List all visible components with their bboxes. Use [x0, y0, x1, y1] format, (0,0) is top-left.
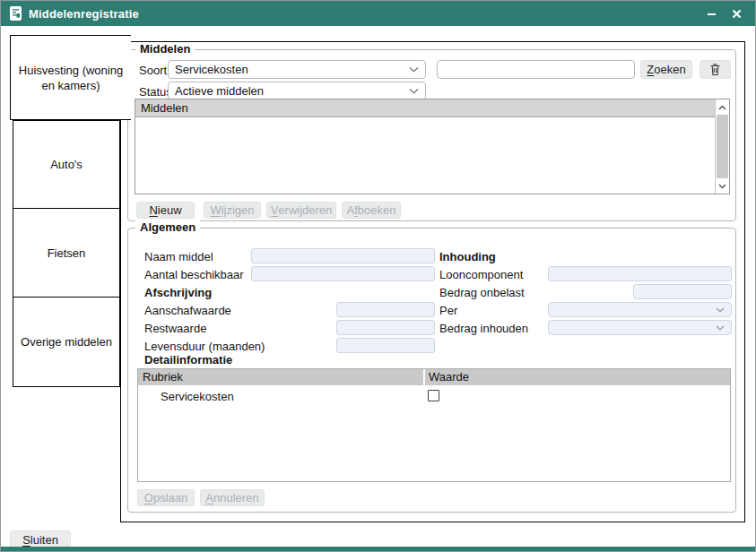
inhouding-heading: Inhouding — [439, 250, 496, 263]
algemeen-group: Algemeen Naam middel Aantal beschikbaar … — [127, 228, 736, 513]
naam-middel-label: Naam middel — [144, 250, 213, 263]
main-panel: Middelen Soort Servicekosten Zoeken Stat… — [120, 41, 745, 522]
scrollbar-thumb[interactable] — [717, 115, 728, 178]
table-row[interactable]: Servicekosten — [138, 385, 730, 405]
tab-fietsen[interactable]: Fietsen — [13, 208, 120, 298]
looncomponent-input[interactable] — [548, 266, 732, 281]
chevron-up-icon — [718, 105, 726, 110]
per-label: Per — [439, 304, 457, 317]
middelen-list-header: Middelen — [135, 99, 715, 117]
minimize-button[interactable] — [701, 4, 721, 23]
opslaan-button[interactable]: Opslaan — [137, 489, 195, 506]
chevron-down-icon — [716, 307, 725, 313]
nieuw-button[interactable]: Nieuw — [136, 202, 195, 219]
soort-select-value: Servicekosten — [175, 63, 248, 76]
bedrag-onbelast-label: Bedrag onbelast — [439, 286, 525, 299]
aanschafwaarde-input[interactable] — [336, 302, 435, 317]
bedrag-inhouden-label: Bedrag inhouden — [439, 322, 528, 335]
column-header-rubriek: Rubriek — [138, 369, 425, 385]
close-button[interactable] — [726, 4, 746, 23]
chevron-down-icon — [718, 184, 726, 189]
restwaarde-label: Restwaarde — [144, 322, 206, 335]
close-icon — [732, 9, 742, 19]
status-select-value: Actieve middelen — [175, 84, 264, 98]
rubriek-cell: Servicekosten — [161, 390, 234, 403]
detail-table: Rubriek Waarde Servicekosten — [137, 368, 731, 482]
per-select[interactable] — [548, 302, 732, 317]
tab-autos[interactable]: Auto's — [13, 120, 120, 209]
waarde-checkbox[interactable] — [428, 390, 439, 401]
minimize-icon — [707, 9, 717, 19]
aanschafwaarde-label: Aanschafwaarde — [144, 304, 231, 317]
chevron-down-icon — [409, 88, 419, 94]
detail-table-header: Rubriek Waarde — [138, 369, 730, 385]
middelen-list[interactable] — [135, 117, 715, 194]
middelenregistratie-window: Middelenregistratie Huisvesting (woning … — [0, 0, 756, 552]
bedrag-inhouden-select[interactable] — [548, 320, 732, 335]
document-icon — [10, 6, 22, 21]
naam-middel-input[interactable] — [251, 248, 435, 263]
window-bottom-bar — [1, 547, 755, 551]
aantal-beschikbaar-input[interactable] — [251, 266, 435, 281]
algemeen-group-title: Algemeen — [135, 220, 200, 234]
zoeken-button[interactable]: Zoeken — [640, 60, 692, 79]
middelen-list-scrollbar — [715, 99, 729, 194]
annuleren-button[interactable]: Annuleren — [200, 489, 265, 506]
clear-search-button[interactable] — [700, 60, 731, 79]
afschrijving-heading: Afschrijving — [144, 286, 212, 299]
tab-huisvesting[interactable]: Huisvesting (woning en kamers) — [10, 35, 131, 120]
aantal-beschikbaar-label: Aantal beschikbaar — [144, 268, 244, 281]
search-input[interactable] — [437, 60, 635, 79]
looncomponent-label: Looncomponent — [439, 268, 523, 281]
tab-overige-middelen[interactable]: Overige middelen — [13, 297, 120, 387]
wijzigen-button[interactable]: Wijzigen — [204, 202, 261, 219]
chevron-down-icon — [409, 66, 419, 73]
detailinformatie-heading: Detailinformatie — [144, 353, 232, 367]
restwaarde-input[interactable] — [336, 320, 435, 335]
scroll-down-button[interactable] — [716, 179, 729, 193]
soort-select[interactable]: Servicekosten — [168, 60, 426, 79]
status-select[interactable]: Actieve middelen — [168, 82, 426, 100]
sluiten-button[interactable]: Sluiten — [10, 530, 71, 548]
trash-icon — [709, 63, 721, 76]
middelen-group: Middelen Soort Servicekosten Zoeken Stat… — [127, 49, 736, 221]
titlebar: Middelenregistratie — [1, 1, 755, 26]
afboeken-button[interactable]: Afboeken — [342, 202, 401, 219]
middelen-listbox: Middelen — [135, 99, 730, 194]
verwijderen-button[interactable]: Verwijderen — [266, 202, 336, 219]
window-title: Middelenregistratie — [29, 7, 139, 21]
scroll-up-button[interactable] — [716, 100, 729, 114]
levensduur-label: Levensduur (maanden) — [144, 340, 265, 353]
soort-label: Soort — [139, 64, 167, 77]
column-header-waarde: Waarde — [425, 369, 730, 385]
middelen-group-title: Middelen — [135, 42, 195, 56]
chevron-down-icon — [716, 325, 725, 331]
bedrag-onbelast-input[interactable] — [633, 284, 732, 299]
levensduur-input[interactable] — [336, 338, 435, 353]
